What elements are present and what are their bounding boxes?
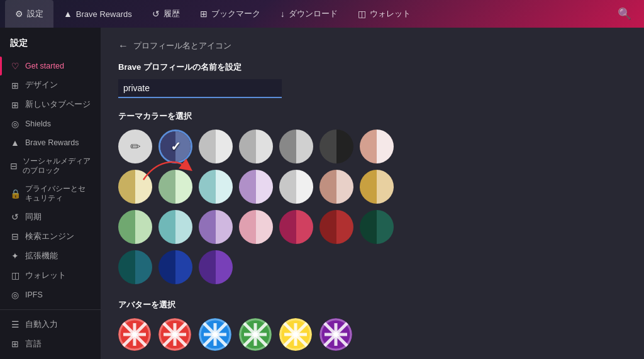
avatar-section-label: アバターを選択: [118, 299, 626, 311]
sidebar-item-ipfs[interactable]: ◎ IPFS: [0, 285, 101, 304]
sidebar-item-autofill-label: 自動入力: [25, 319, 58, 330]
tab-brave-rewards-label: Brave Rewards: [76, 9, 132, 19]
tab-bookmarks[interactable]: ⊞ ブックマーク: [190, 0, 270, 28]
ipfs-icon: ◎: [10, 290, 20, 300]
sidebar-title: 設定: [0, 38, 101, 57]
sidebar-item-wallet-label: ウォレット: [25, 270, 66, 281]
color-circle-1-2[interactable]: [158, 170, 192, 204]
color-circle-2-2[interactable]: [118, 210, 152, 244]
color-circle-2-1[interactable]: [360, 170, 394, 204]
downloads-icon: ↓: [280, 9, 285, 19]
avatar-circle-2[interactable]: [199, 318, 231, 351]
tab-history[interactable]: ↺ 履歴: [142, 0, 190, 28]
new-tab-icon: ⊞: [10, 100, 20, 110]
color-circle-0-3[interactable]: [239, 130, 273, 163]
color-circle-1-0[interactable]: [360, 130, 394, 163]
sidebar-item-get-started[interactable]: ♡ Get started: [0, 57, 101, 75]
color-circle-0-1[interactable]: ✓: [158, 130, 192, 163]
search-button[interactable]: 🔍: [610, 7, 639, 21]
color-circle-1-5[interactable]: [279, 170, 313, 204]
wallet-icon: ◫: [358, 9, 366, 19]
color-circle-2-3[interactable]: [158, 210, 192, 244]
tab-wallet[interactable]: ◫ ウォレット: [348, 0, 421, 28]
sidebar-item-downloads[interactable]: ↓ ダウンロード: [0, 354, 101, 359]
social-media-icon: ⊟: [10, 161, 18, 171]
color-circle-0-5[interactable]: [319, 130, 353, 163]
search-engine-icon: ⊟: [10, 231, 20, 241]
avatar-circle-0[interactable]: [118, 318, 151, 351]
sidebar-item-design[interactable]: ⊞ デザイン: [0, 75, 101, 95]
sidebar-item-social-media-label: ソーシャルメディアのブロック: [23, 157, 91, 175]
back-button[interactable]: ←: [118, 40, 128, 52]
sidebar-item-privacy-label: プライバシーとセキュリティ: [25, 184, 91, 203]
sidebar-item-language[interactable]: ⊞ 言語: [0, 334, 101, 354]
profile-name-input[interactable]: [118, 79, 282, 98]
tab-history-label: 履歴: [164, 8, 180, 19]
tab-settings-label: 設定: [27, 8, 43, 19]
sidebar-item-ipfs-label: IPFS: [25, 290, 43, 299]
sidebar-item-new-tab[interactable]: ⊞ 新しいタブページ: [0, 95, 101, 114]
sidebar-divider: [0, 309, 101, 310]
color-circle-1-4[interactable]: [239, 170, 273, 204]
avatar-grid: [118, 318, 626, 351]
sidebar: 設定 ♡ Get started ⊞ デザイン ⊞ 新しいタブページ ◎ Shi…: [0, 28, 101, 359]
color-circle-0-2[interactable]: [199, 130, 233, 163]
tab-settings[interactable]: ⚙ 設定: [5, 0, 53, 28]
breadcrumb-text: プロフィール名とアイコン: [133, 40, 231, 52]
tab-brave-rewards[interactable]: ▲ Brave Rewards: [53, 0, 142, 28]
privacy-icon: 🔒: [10, 189, 20, 199]
avatar-circle-1[interactable]: [158, 318, 191, 351]
breadcrumb: ← プロフィール名とアイコン: [118, 40, 626, 52]
brave-rewards-nav-icon: ▲: [10, 138, 20, 148]
tab-bookmarks-label: ブックマーク: [211, 8, 260, 19]
color-circle-3-5[interactable]: [199, 250, 233, 284]
get-started-icon: ♡: [10, 61, 20, 71]
sidebar-item-extensions-label: 拡張機能: [25, 251, 58, 262]
sidebar-item-sync[interactable]: ↺ 同期: [0, 207, 101, 227]
color-circle-3-1[interactable]: [319, 210, 353, 244]
sidebar-item-extensions[interactable]: ✦ 拡張機能: [0, 246, 101, 266]
top-navigation: ⚙ 設定 ▲ Brave Rewards ↺ 履歴 ⊞ ブックマーク ↓ ダウン…: [0, 0, 644, 28]
sidebar-item-get-started-label: Get started: [25, 62, 64, 70]
history-icon: ↺: [152, 9, 160, 19]
avatar-circle-4[interactable]: [279, 318, 312, 351]
sync-icon: ↺: [10, 212, 20, 222]
bookmarks-icon: ⊞: [200, 9, 208, 19]
color-circle-1-1[interactable]: [118, 170, 152, 204]
color-circle-3-0[interactable]: [279, 210, 313, 244]
sidebar-item-shields-label: Shields: [25, 119, 51, 128]
color-circle-2-0[interactable]: [319, 170, 353, 204]
sidebar-item-search-label: 検索エンジン: [25, 231, 74, 242]
design-icon: ⊞: [10, 80, 20, 91]
sidebar-item-search[interactable]: ⊟ 検索エンジン: [0, 227, 101, 246]
sidebar-item-brave-rewards-label: Brave Rewards: [25, 138, 79, 147]
sidebar-item-social-media[interactable]: ⊟ ソーシャルメディアのブロック: [0, 152, 101, 180]
sidebar-item-shields[interactable]: ◎ Shields: [0, 114, 101, 133]
color-circle-1-3[interactable]: [199, 170, 233, 204]
color-circle-3-4[interactable]: [158, 250, 192, 284]
sidebar-item-wallet[interactable]: ◫ ウォレット: [0, 266, 101, 285]
language-icon: ⊞: [10, 339, 20, 349]
color-circle-0-0[interactable]: ✏: [118, 130, 152, 163]
tab-downloads-label: ダウンロード: [289, 8, 338, 19]
sidebar-item-brave-rewards[interactable]: ▲ Brave Rewards: [0, 133, 101, 152]
content-area: ← プロフィール名とアイコン Brave プロフィールの名前を設定 テーマカラー…: [101, 28, 644, 359]
color-circle-0-4[interactable]: [279, 130, 313, 163]
settings-icon: ⚙: [15, 9, 23, 19]
sidebar-item-language-label: 言語: [25, 339, 42, 350]
tab-downloads[interactable]: ↓ ダウンロード: [270, 0, 348, 28]
wallet-nav-icon: ◫: [10, 270, 20, 280]
sidebar-item-design-label: デザイン: [25, 80, 58, 91]
color-circle-2-4[interactable]: [199, 210, 233, 244]
avatar-circle-3[interactable]: [239, 318, 272, 351]
color-grid: ✏✓: [118, 130, 626, 284]
shields-icon: ◎: [10, 119, 20, 129]
sidebar-item-autofill[interactable]: ☰ 自動入力: [0, 315, 101, 334]
color-circle-2-5[interactable]: [239, 210, 273, 244]
sidebar-item-privacy[interactable]: 🔒 プライバシーとセキュリティ: [0, 180, 101, 207]
avatar-circle-5[interactable]: [319, 318, 352, 351]
color-circle-3-3[interactable]: [118, 250, 152, 284]
sidebar-item-sync-label: 同期: [25, 212, 42, 223]
color-circle-3-2[interactable]: [360, 210, 394, 244]
color-grid-wrapper: ✏✓: [118, 130, 626, 284]
